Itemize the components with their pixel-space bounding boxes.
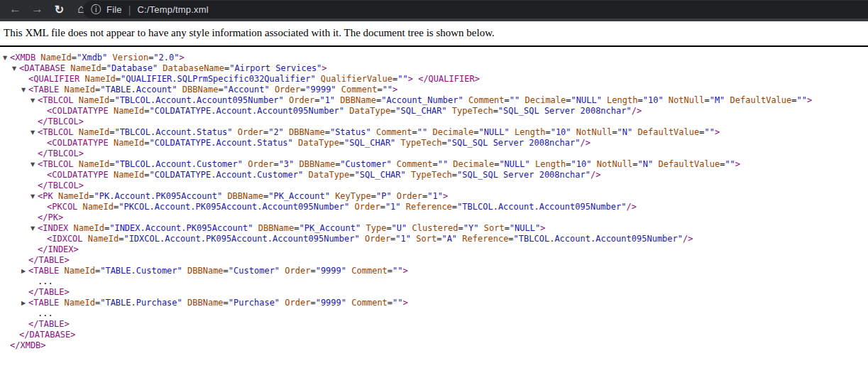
xml-line-code: </DATABASE> <box>19 330 75 340</box>
collapse-toggle-icon[interactable]: ▼ <box>31 161 35 168</box>
xml-line-code: </TABLE> <box>28 255 70 265</box>
xml-line-code: <TABLE NameId="TABLE.Purchase" DBBName="… <box>28 298 408 308</box>
collapse-toggle-icon[interactable]: ▼ <box>31 225 35 232</box>
collapse-toggle-icon[interactable]: ▼ <box>31 129 35 136</box>
xml-line-code: </PK> <box>38 212 63 222</box>
xml-line: ▶<TABLE NameId="TABLE.Purchase" DBBName=… <box>0 298 868 308</box>
nav-icon-group: ← → ↻ ⌂ <box>4 0 92 18</box>
xml-line: ▼<XMDB NameId="Xmdb" Version="2.0"> <box>0 53 868 63</box>
xml-line-code: </TBLCOL> <box>38 117 84 126</box>
xml-line: <PKCOL NameId="PKCOL.Account.PK095Accoun… <box>0 202 868 212</box>
xml-line-code: <PKCOL NameId="PKCOL.Account.PK095Accoun… <box>47 202 637 212</box>
xml-line-code: <TBLCOL NameId="TBLCOL.Account.Status" O… <box>38 127 720 137</box>
xml-line-code: <IDXCOL NameId="IDXCOL.Account.PK095Acco… <box>47 234 693 244</box>
xml-line-code: <TBLCOL NameId="TBLCOL.Account.Customer"… <box>38 159 740 169</box>
xml-line-code: <INDEX NameId="INDEX.Account.PK095Accoun… <box>38 223 545 233</box>
page-info-icon[interactable]: ⓘ <box>91 4 101 16</box>
xml-line: </PK> <box>0 212 868 223</box>
url-text: C:/Temp/tmp.xml <box>137 4 209 15</box>
expand-toggle-icon[interactable]: ▶ <box>21 299 26 307</box>
xml-line: ▼<DATABASE NameId="Database" DatabaseNam… <box>0 63 868 74</box>
xml-line-code: <TBLCOL NameId="TBLCOL.Account.Account09… <box>38 95 812 105</box>
collapse-toggle-icon[interactable]: ▼ <box>3 54 7 62</box>
xml-line: <QUALIFIER NameId="QUALIFIER.SQLPrmSpeci… <box>0 74 868 85</box>
browser-toolbar: ← → ↻ ⌂ ⓘ File | C:/Temp/tmp.xml <box>0 0 868 21</box>
xml-line-code: <DATABASE NameId="Database" DatabaseName… <box>19 63 327 73</box>
xml-line: <COLDATATYPE NameId="COLDATATYPE.Account… <box>0 106 868 117</box>
xml-line-code: <TABLE NameId="TABLE.Account" DBBName="A… <box>28 85 397 94</box>
xml-line: ... <box>0 308 868 319</box>
xml-line: </TABLE> <box>0 319 868 330</box>
xml-line-code: </INDEX> <box>38 244 79 254</box>
forward-icon[interactable]: → <box>26 0 48 18</box>
xml-line-code: </TABLE> <box>28 319 70 329</box>
xml-line: ▼<PK NameId="PK.Account.PK095Account" DB… <box>0 191 868 202</box>
xml-line: </XMDB> <box>0 340 868 351</box>
xml-line-code: ... <box>38 276 53 286</box>
xml-line: </TBLCOL> <box>0 117 868 127</box>
xml-line-code: </TBLCOL> <box>38 148 84 158</box>
xml-line: ▼<INDEX NameId="INDEX.Account.PK095Accou… <box>0 223 868 234</box>
xml-line-code: ... <box>38 308 53 318</box>
xml-line: </TBLCOL> <box>0 180 868 191</box>
collapse-toggle-icon[interactable]: ▼ <box>12 65 16 72</box>
address-bar[interactable]: ⓘ File | C:/Temp/tmp.xml <box>83 1 868 18</box>
xml-line-code: </TABLE> <box>28 287 70 297</box>
url-separator: | <box>128 4 131 16</box>
xml-line-code: </TBLCOL> <box>38 180 84 190</box>
xml-line-code: <TABLE NameId="TABLE.Customer" DBBName="… <box>28 266 408 276</box>
collapse-toggle-icon[interactable]: ▼ <box>31 193 35 200</box>
xml-line: <COLDATATYPE NameId="COLDATATYPE.Account… <box>0 170 868 180</box>
xml-line: ▼<TBLCOL NameId="TBLCOL.Account.Customer… <box>0 159 868 170</box>
collapse-toggle-icon[interactable]: ▼ <box>31 97 35 104</box>
xml-line-code: <COLDATATYPE NameId="COLDATATYPE.Account… <box>47 170 600 180</box>
xml-line: </TABLE> <box>0 255 868 266</box>
collapse-toggle-icon[interactable]: ▼ <box>21 86 26 94</box>
xml-line: </INDEX> <box>0 244 868 255</box>
xml-line: </TABLE> <box>0 287 868 298</box>
xml-line-code: <COLDATATYPE NameId="COLDATATYPE.Account… <box>47 138 590 148</box>
xml-tree: ▼<XMDB NameId="Xmdb" Version="2.0">▼<DAT… <box>0 47 868 351</box>
xml-line: ▶<TABLE NameId="TABLE.Customer" DBBName=… <box>0 266 868 276</box>
xml-line-code: <PK NameId="PK.Account.PK095Account" DBB… <box>38 191 448 201</box>
xml-line-code: <COLDATATYPE NameId="COLDATATYPE.Account… <box>47 106 642 116</box>
xml-line: <COLDATATYPE NameId="COLDATATYPE.Account… <box>0 138 868 148</box>
xml-line: ... <box>0 276 868 287</box>
url-scheme-label: File <box>106 4 122 15</box>
back-icon[interactable]: ← <box>4 0 26 18</box>
xml-line: ▼<TBLCOL NameId="TBLCOL.Account.Status" … <box>0 127 868 138</box>
xml-no-style-message: This XML file does not appear to have an… <box>0 21 868 47</box>
xml-line: ▼<TBLCOL NameId="TBLCOL.Account.Account0… <box>0 95 868 106</box>
xml-line: </DATABASE> <box>0 330 868 340</box>
xml-line-code: </XMDB> <box>10 340 46 350</box>
expand-toggle-icon[interactable]: ▶ <box>21 267 26 275</box>
refresh-icon[interactable]: ↻ <box>48 0 70 18</box>
xml-line: ▼<TABLE NameId="TABLE.Account" DBBName="… <box>0 85 868 95</box>
xml-line-code: <XMDB NameId="Xmdb" Version="2.0"> <box>10 53 185 63</box>
xml-line: </TBLCOL> <box>0 148 868 159</box>
xml-line: <IDXCOL NameId="IDXCOL.Account.PK095Acco… <box>0 234 868 244</box>
xml-line-code: <QUALIFIER NameId="QUALIFIER.SQLPrmSpeci… <box>28 74 480 84</box>
